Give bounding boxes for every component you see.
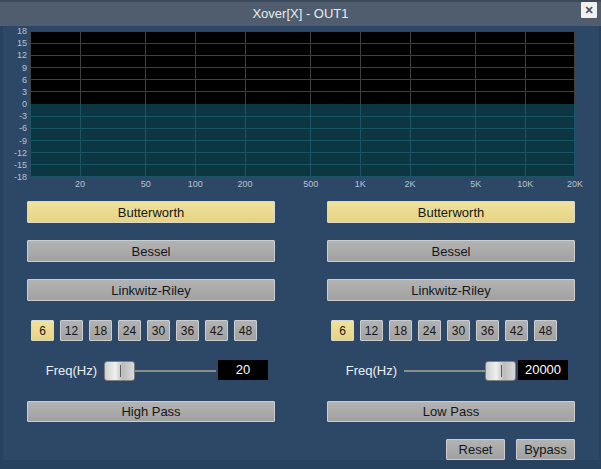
reset-button[interactable]: Reset <box>446 439 505 460</box>
filter-butterworth-button[interactable]: Butterworth <box>27 201 275 223</box>
slope-36-button[interactable]: 36 <box>476 320 499 341</box>
xover-dialog: Xover[X] - OUT1 ✕ 1815129630-3-6-9-12-15… <box>0 0 601 469</box>
slope-48-button[interactable]: 48 <box>234 320 257 341</box>
window-border-left <box>0 26 3 469</box>
slope-30-button[interactable]: 30 <box>447 320 470 341</box>
slope-36-button[interactable]: 36 <box>176 320 199 341</box>
freq-label: Freq(Hz) <box>327 362 397 380</box>
slope-18-button[interactable]: 18 <box>89 320 112 341</box>
freq-label: Freq(Hz) <box>27 362 97 380</box>
low-pass-button[interactable]: Low Pass <box>327 401 575 422</box>
filter-bessel-button[interactable]: Bessel <box>27 240 275 262</box>
slope-30-button[interactable]: 30 <box>147 320 170 341</box>
freq-value-field[interactable]: 20000 <box>518 360 568 380</box>
freq-slider[interactable] <box>404 361 516 381</box>
low-pass-channel: ButterworthBesselLinkwitz-Riley 61218243… <box>300 0 600 469</box>
slope-6-button[interactable]: 6 <box>331 320 354 341</box>
bypass-button[interactable]: Bypass <box>516 439 575 460</box>
high-pass-button[interactable]: High Pass <box>27 401 275 422</box>
slope-42-button[interactable]: 42 <box>205 320 228 341</box>
slope-24-button[interactable]: 24 <box>418 320 441 341</box>
slope-12-button[interactable]: 12 <box>360 320 383 341</box>
slope-12-button[interactable]: 12 <box>60 320 83 341</box>
filter-bessel-button[interactable]: Bessel <box>327 240 575 262</box>
slope-48-button[interactable]: 48 <box>534 320 557 341</box>
freq-value-field[interactable]: 20 <box>218 360 268 380</box>
freq-slider-handle[interactable] <box>485 361 516 381</box>
freq-slider-handle[interactable] <box>104 361 135 381</box>
slope-18-button[interactable]: 18 <box>389 320 412 341</box>
freq-slider[interactable] <box>104 361 216 381</box>
slope-6-button[interactable]: 6 <box>31 320 54 341</box>
high-pass-channel: ButterworthBesselLinkwitz-Riley 61218243… <box>0 0 300 469</box>
window-border-bottom <box>0 460 601 469</box>
filter-linkwitz-riley-button[interactable]: Linkwitz-Riley <box>27 279 275 301</box>
filter-linkwitz-riley-button[interactable]: Linkwitz-Riley <box>327 279 575 301</box>
slope-24-button[interactable]: 24 <box>118 320 141 341</box>
slope-42-button[interactable]: 42 <box>505 320 528 341</box>
filter-butterworth-button[interactable]: Butterworth <box>327 201 575 223</box>
